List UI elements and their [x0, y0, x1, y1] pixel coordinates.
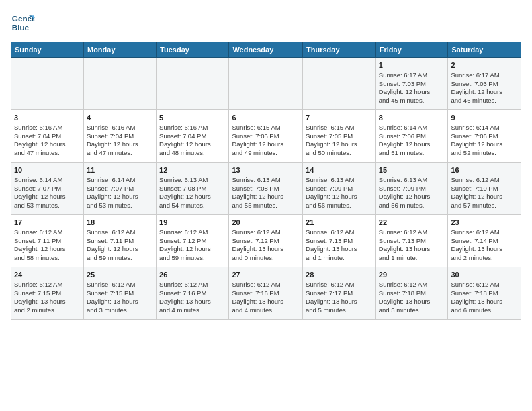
day-number: 28 — [306, 270, 373, 280]
calendar-cell: 11Sunrise: 6:14 AMSunset: 7:07 PMDayligh… — [83, 163, 156, 215]
day-info: and 48 minutes. — [159, 149, 226, 158]
calendar-cell: 18Sunrise: 6:12 AMSunset: 7:11 PMDayligh… — [83, 215, 156, 267]
calendar-week-2: 3Sunrise: 6:16 AMSunset: 7:04 PMDaylight… — [11, 110, 521, 163]
calendar-cell: 19Sunrise: 6:12 AMSunset: 7:12 PMDayligh… — [157, 215, 229, 267]
calendar-cell — [11, 58, 84, 110]
day-info: Daylight: 12 hours — [379, 88, 445, 97]
weekday-header-wednesday: Wednesday — [229, 42, 303, 58]
day-info: Sunset: 7:18 PM — [379, 289, 445, 298]
day-info: Sunrise: 6:12 AM — [306, 228, 373, 237]
day-info: Sunrise: 6:12 AM — [379, 228, 445, 237]
day-number: 14 — [306, 165, 373, 175]
day-info: Daylight: 12 hours — [379, 193, 445, 201]
day-info: Sunset: 7:08 PM — [159, 185, 226, 193]
day-info: Sunset: 7:04 PM — [87, 132, 153, 141]
day-info: Sunset: 7:10 PM — [451, 185, 518, 193]
day-info: Sunset: 7:05 PM — [232, 132, 300, 141]
day-number: 18 — [87, 218, 153, 228]
day-info: Sunset: 7:15 PM — [14, 289, 81, 298]
main-container: General Blue SundayMondayTuesdayWednesda… — [0, 0, 532, 325]
day-info: and 47 minutes. — [14, 149, 81, 158]
day-info: Daylight: 12 hours — [87, 193, 153, 201]
day-info: Daylight: 13 hours — [232, 245, 300, 254]
day-number: 22 — [379, 218, 445, 228]
day-info: and 59 minutes. — [159, 254, 226, 263]
calendar-cell — [157, 58, 229, 110]
header: General Blue — [11, 11, 521, 35]
day-info: and 58 minutes. — [14, 254, 81, 263]
day-info: Sunrise: 6:12 AM — [87, 228, 153, 237]
day-info: and 4 minutes. — [232, 306, 300, 315]
day-info: Sunset: 7:09 PM — [379, 185, 445, 193]
day-info: Daylight: 12 hours — [14, 245, 81, 254]
day-info: Daylight: 12 hours — [14, 140, 81, 149]
day-info: Sunrise: 6:12 AM — [159, 228, 226, 237]
calendar-week-1: 1Sunrise: 6:17 AMSunset: 7:03 PMDaylight… — [11, 58, 521, 110]
day-info: Daylight: 12 hours — [306, 140, 373, 149]
calendar-cell: 21Sunrise: 6:12 AMSunset: 7:13 PMDayligh… — [303, 215, 376, 267]
day-info: Sunset: 7:16 PM — [232, 289, 300, 298]
calendar-cell: 22Sunrise: 6:12 AMSunset: 7:13 PMDayligh… — [375, 215, 448, 267]
calendar-cell: 28Sunrise: 6:12 AMSunset: 7:17 PMDayligh… — [303, 267, 376, 320]
day-info: Sunrise: 6:16 AM — [87, 124, 153, 132]
calendar-cell: 25Sunrise: 6:12 AMSunset: 7:15 PMDayligh… — [83, 267, 156, 320]
day-info: Daylight: 12 hours — [379, 140, 445, 149]
day-info: Sunset: 7:06 PM — [451, 132, 518, 141]
calendar-cell: 8Sunrise: 6:14 AMSunset: 7:06 PMDaylight… — [375, 110, 448, 163]
svg-text:General: General — [12, 14, 35, 23]
weekday-header-tuesday: Tuesday — [157, 42, 229, 58]
day-number: 23 — [451, 218, 518, 228]
day-info: Daylight: 13 hours — [232, 298, 300, 306]
calendar-cell: 16Sunrise: 6:12 AMSunset: 7:10 PMDayligh… — [448, 163, 521, 215]
day-info: Sunset: 7:12 PM — [159, 237, 226, 246]
day-info: Sunrise: 6:15 AM — [232, 124, 300, 132]
day-info: Sunrise: 6:17 AM — [379, 71, 445, 80]
day-info: Sunrise: 6:12 AM — [159, 281, 226, 289]
weekday-header-friday: Friday — [375, 42, 448, 58]
day-info: Sunrise: 6:13 AM — [379, 176, 445, 185]
calendar-cell: 9Sunrise: 6:14 AMSunset: 7:06 PMDaylight… — [448, 110, 521, 163]
calendar-cell — [303, 58, 376, 110]
day-info: and 57 minutes. — [451, 201, 518, 210]
day-info: Sunset: 7:18 PM — [451, 289, 518, 298]
day-info: and 52 minutes. — [451, 149, 518, 158]
calendar-cell: 15Sunrise: 6:13 AMSunset: 7:09 PMDayligh… — [375, 163, 448, 215]
day-info: and 56 minutes. — [379, 201, 445, 210]
day-info: Sunset: 7:04 PM — [159, 132, 226, 141]
day-info: Sunrise: 6:12 AM — [451, 176, 518, 185]
day-number: 15 — [379, 165, 445, 175]
day-info: and 2 minutes. — [451, 254, 518, 263]
day-info: Sunrise: 6:12 AM — [451, 228, 518, 237]
day-info: and 3 minutes. — [87, 306, 153, 315]
calendar-cell — [229, 58, 303, 110]
day-info: and 50 minutes. — [306, 149, 373, 158]
calendar-cell: 13Sunrise: 6:13 AMSunset: 7:08 PMDayligh… — [229, 163, 303, 215]
day-info: Sunrise: 6:14 AM — [451, 124, 518, 132]
day-number: 12 — [159, 165, 226, 175]
svg-text:Blue: Blue — [12, 23, 30, 32]
day-info: and 49 minutes. — [232, 149, 300, 158]
day-info: Daylight: 13 hours — [379, 298, 445, 306]
day-info: and 2 minutes. — [14, 306, 81, 315]
day-info: Daylight: 12 hours — [87, 140, 153, 149]
day-info: Daylight: 13 hours — [14, 298, 81, 306]
day-info: Sunrise: 6:16 AM — [159, 124, 226, 132]
day-info: Sunrise: 6:12 AM — [379, 281, 445, 289]
day-info: Sunset: 7:13 PM — [306, 237, 373, 246]
day-info: Daylight: 13 hours — [87, 298, 153, 306]
day-number: 11 — [87, 165, 153, 175]
day-info: and 56 minutes. — [306, 201, 373, 210]
day-info: Daylight: 12 hours — [451, 193, 518, 201]
day-info: and 5 minutes. — [379, 306, 445, 315]
day-info: Sunrise: 6:13 AM — [232, 176, 300, 185]
day-info: Sunrise: 6:16 AM — [14, 124, 81, 132]
day-info: Sunrise: 6:14 AM — [14, 176, 81, 185]
day-info: Sunset: 7:14 PM — [451, 237, 518, 246]
day-number: 16 — [451, 165, 518, 175]
calendar-cell: 29Sunrise: 6:12 AMSunset: 7:18 PMDayligh… — [375, 267, 448, 320]
day-info: and 55 minutes. — [232, 201, 300, 210]
calendar-cell: 20Sunrise: 6:12 AMSunset: 7:12 PMDayligh… — [229, 215, 303, 267]
day-info: Sunset: 7:07 PM — [87, 185, 153, 193]
day-info: Sunset: 7:05 PM — [306, 132, 373, 141]
day-number: 5 — [159, 113, 226, 123]
